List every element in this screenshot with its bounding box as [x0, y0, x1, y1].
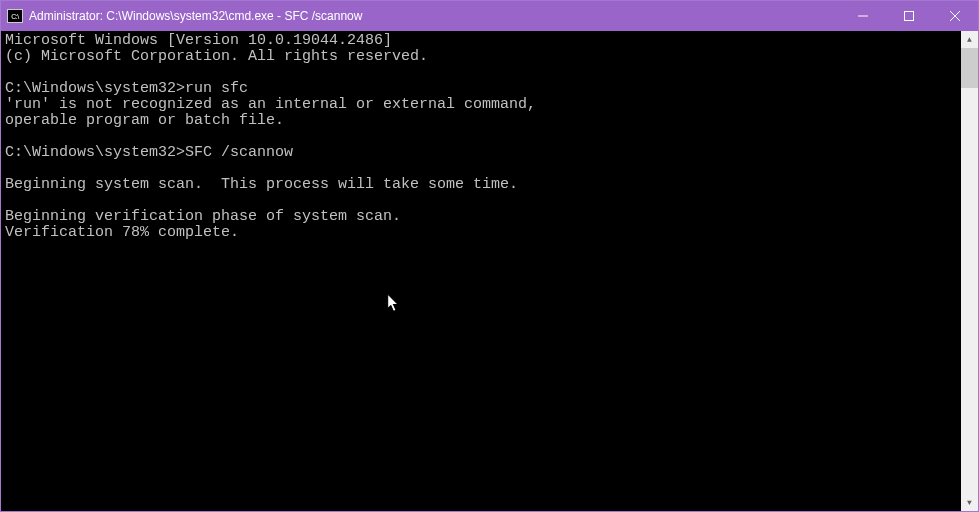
- close-button[interactable]: [932, 1, 978, 31]
- maximize-icon: [904, 11, 914, 21]
- terminal-line: 'run' is not recognized as an internal o…: [5, 97, 957, 113]
- maximize-button[interactable]: [886, 1, 932, 31]
- svg-rect-1: [905, 12, 914, 21]
- scroll-down-button[interactable]: ▼: [961, 494, 978, 511]
- terminal-line: Verification 78% complete.: [5, 225, 957, 241]
- minimize-button[interactable]: [840, 1, 886, 31]
- terminal-line: Microsoft Windows [Version 10.0.19044.24…: [5, 33, 957, 49]
- terminal-line: (c) Microsoft Corporation. All rights re…: [5, 49, 957, 65]
- terminal-line: [5, 161, 957, 177]
- terminal-line: C:\Windows\system32>run sfc: [5, 81, 957, 97]
- terminal-line: [5, 193, 957, 209]
- chevron-down-icon: ▼: [967, 498, 972, 507]
- terminal-output[interactable]: Microsoft Windows [Version 10.0.19044.24…: [1, 31, 961, 511]
- terminal-line: [5, 65, 957, 81]
- terminal-line: Beginning system scan. This process will…: [5, 177, 957, 193]
- command-prompt-window: C:\ Administrator: C:\Windows\system32\c…: [0, 0, 979, 512]
- scroll-up-button[interactable]: ▲: [961, 31, 978, 48]
- titlebar[interactable]: C:\ Administrator: C:\Windows\system32\c…: [1, 1, 978, 31]
- close-icon: [950, 11, 960, 21]
- terminal-area: Microsoft Windows [Version 10.0.19044.24…: [1, 31, 978, 511]
- window-title: Administrator: C:\Windows\system32\cmd.e…: [29, 9, 840, 23]
- scroll-track[interactable]: [961, 48, 978, 494]
- chevron-up-icon: ▲: [967, 35, 972, 44]
- minimize-icon: [858, 11, 868, 21]
- scroll-thumb[interactable]: [961, 48, 978, 88]
- terminal-line: C:\Windows\system32>SFC /scannow: [5, 145, 957, 161]
- window-controls: [840, 1, 978, 31]
- terminal-line: [5, 129, 957, 145]
- cmd-icon-text: C:\: [11, 13, 18, 20]
- terminal-line: operable program or batch file.: [5, 113, 957, 129]
- vertical-scrollbar[interactable]: ▲ ▼: [961, 31, 978, 511]
- cmd-icon: C:\: [7, 9, 23, 23]
- terminal-line: Beginning verification phase of system s…: [5, 209, 957, 225]
